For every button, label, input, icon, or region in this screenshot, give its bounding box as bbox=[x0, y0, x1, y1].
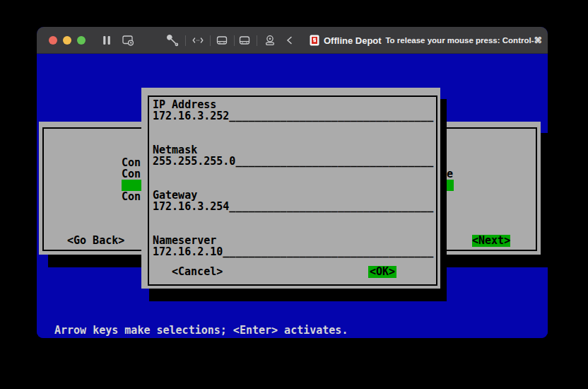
toolbar-separator bbox=[210, 35, 211, 46]
keyboard-help-text: Arrow keys make selections; <Enter> acti… bbox=[54, 325, 348, 336]
snapshots-icon[interactable] bbox=[122, 34, 134, 47]
nameserver-input[interactable]: 172.16.2.10_____________________________… bbox=[153, 246, 433, 257]
menu-item[interactable]: Con bbox=[122, 191, 141, 202]
menu-item-tail-fragment: e bbox=[447, 168, 453, 180]
zoom-button[interactable] bbox=[77, 36, 86, 45]
window-title: Offline Depot bbox=[324, 35, 382, 46]
gateway-label: Gateway bbox=[153, 190, 197, 201]
ip-address-label: IP Address bbox=[153, 99, 216, 110]
camera-icon[interactable] bbox=[264, 34, 276, 47]
network-config-dialog: IP Address 172.16.3.252_________________… bbox=[141, 88, 440, 289]
installer-console-screen: Con Con e Con Con <Go Back> <Next> IP Ad… bbox=[37, 54, 548, 338]
vm-window: Offline Depot To release your mouse pres… bbox=[37, 27, 548, 338]
netmask-input[interactable]: 255.255.255.0___________________________… bbox=[153, 156, 433, 167]
nameserver-label: Nameserver bbox=[153, 235, 216, 246]
offline-depot-app-icon bbox=[310, 35, 319, 46]
mouse-release-hint: To release your mouse press: Control-⌘ bbox=[385, 27, 542, 54]
next-button[interactable]: <Next> bbox=[472, 235, 510, 247]
disk-drive-icon[interactable] bbox=[238, 34, 251, 47]
app-title-group: Offline Depot bbox=[310, 27, 382, 54]
minimize-button[interactable] bbox=[63, 36, 71, 45]
window-titlebar: Offline Depot To release your mouse pres… bbox=[37, 27, 548, 54]
toolbar-separator bbox=[257, 35, 257, 46]
cancel-button[interactable]: <Cancel> bbox=[172, 266, 223, 278]
ip-address-input[interactable]: 172.16.3.252____________________________… bbox=[153, 110, 433, 122]
menu-item[interactable]: Con bbox=[122, 157, 141, 168]
netmask-label: Netmask bbox=[153, 144, 197, 156]
code-brackets-icon[interactable] bbox=[192, 34, 204, 47]
menu-item[interactable]: Con bbox=[122, 168, 141, 180]
chevron-left-icon[interactable] bbox=[283, 34, 296, 47]
disk-drive-icon[interactable] bbox=[216, 34, 228, 47]
toolbar-separator bbox=[234, 35, 235, 46]
toolbar-separator bbox=[185, 35, 186, 46]
ok-button[interactable]: <OK> bbox=[368, 266, 396, 278]
close-button[interactable] bbox=[49, 36, 57, 45]
gateway-input[interactable]: 172.16.3.254____________________________… bbox=[153, 201, 433, 212]
wrench-icon[interactable] bbox=[166, 34, 179, 47]
pause-icon[interactable] bbox=[100, 34, 113, 47]
go-back-button[interactable]: <Go Back> bbox=[67, 235, 124, 247]
